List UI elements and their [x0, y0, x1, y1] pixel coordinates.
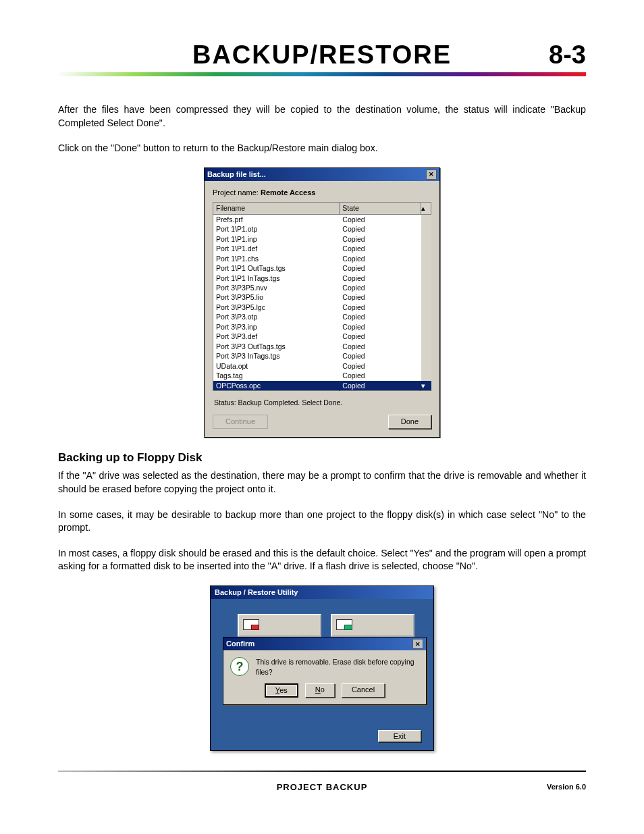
cell-filename: Port 3\P3.inp [213, 322, 340, 332]
confirm-title: Confirm [226, 639, 254, 649]
yes-button[interactable]: Yes [265, 683, 298, 698]
continue-button: Continue [213, 415, 268, 429]
scrollbar-track[interactable] [421, 283, 431, 292]
scrollbar-track[interactable] [421, 224, 431, 234]
scrollbar-track[interactable] [421, 332, 431, 341]
cell-state: Copied [340, 332, 421, 341]
scrollbar-track[interactable] [421, 303, 431, 312]
scrollbar-track[interactable] [421, 214, 431, 224]
backup-button[interactable] [238, 614, 321, 637]
exit-button[interactable]: Exit [378, 730, 421, 742]
table-row[interactable]: Port 3\P3P5.nvvCopied [213, 283, 431, 292]
table-row[interactable]: Port 3\P3P5.lgcCopied [213, 303, 431, 312]
table-row[interactable]: Port 3\P3.defCopied [213, 332, 431, 341]
cell-filename: Port 1\P1.chs [213, 254, 340, 263]
cell-filename: Port 1\P1.inp [213, 234, 340, 244]
cell-state: Copied [340, 312, 421, 321]
table-row[interactable]: Port 1\P1 InTags.tgsCopied [213, 273, 431, 283]
cell-filename: Port 3\P3.otp [213, 312, 340, 321]
table-row[interactable]: Port 1\P1 OutTags.tgsCopied [213, 263, 431, 273]
status-text: Status: Backup Completed. Select Done. [214, 398, 431, 407]
cell-state: Copied [340, 292, 421, 302]
table-row[interactable]: Port 1\P1.defCopied [213, 244, 431, 253]
scrollbar-track[interactable] [421, 234, 431, 244]
table-row[interactable]: OPCPoss.opcCopied▾ [213, 381, 431, 391]
paragraph: In some cases, it may be desirable to ba… [58, 509, 586, 535]
paragraph: After the files have been compressed the… [58, 103, 586, 130]
scrollbar-track[interactable] [421, 351, 431, 361]
scroll-down-icon[interactable]: ▾ [421, 381, 431, 391]
scrollbar-track[interactable] [421, 361, 431, 371]
page-header: BACKUP/RESTORE 8-3 [58, 41, 586, 70]
scrollbar-track[interactable] [421, 254, 431, 263]
cell-filename: Port 3\P3.def [213, 332, 340, 341]
col-filename[interactable]: Filename [213, 203, 340, 214]
file-list-table: Filename State ▴ Prefs.prfCopiedPort 1\P… [213, 202, 431, 391]
restore-icon [336, 619, 352, 630]
cell-state: Copied [340, 322, 421, 332]
table-row[interactable]: Prefs.prfCopied [213, 214, 431, 224]
cell-filename: OPCPoss.opc [213, 381, 340, 391]
dialog-title: Backup file list... [207, 170, 266, 180]
done-button[interactable]: Done [388, 415, 431, 429]
dialog-title: Backup / Restore Utility [211, 586, 433, 599]
scrollbar-track[interactable] [421, 263, 431, 273]
close-icon[interactable]: ✕ [426, 170, 437, 180]
subheading: Backing up to Floppy Disk [58, 450, 586, 465]
cell-state: Copied [340, 263, 421, 273]
confirm-message: This drive is removable. Erase disk befo… [256, 657, 419, 677]
header-page-number: 8-3 [549, 41, 586, 70]
cancel-button[interactable]: Cancel [342, 683, 385, 698]
cell-filename: Port 3\P3P5.lgc [213, 303, 340, 312]
paragraph: In most cases, a floppy disk should be e… [58, 547, 586, 573]
table-row[interactable]: Port 3\P3 OutTags.tgsCopied [213, 342, 431, 351]
cell-state: Copied [340, 224, 421, 234]
close-icon[interactable]: ✕ [412, 639, 423, 649]
table-row[interactable]: Port 3\P3.inpCopied [213, 322, 431, 332]
scrollbar-track[interactable] [421, 342, 431, 351]
scrollbar-track[interactable] [421, 312, 431, 321]
table-row[interactable]: UData.optCopied [213, 361, 431, 371]
cell-state: Copied [340, 273, 421, 283]
col-state[interactable]: State [340, 203, 421, 214]
scrollbar-track[interactable] [421, 322, 431, 332]
cell-state: Copied [340, 361, 421, 371]
table-row[interactable]: Port 3\P3 InTags.tgsCopied [213, 351, 431, 361]
footer-version: Version 6.0 [547, 783, 586, 791]
backup-file-list-dialog: Backup file list... ✕ Project name: Remo… [204, 167, 440, 438]
table-row[interactable]: Port 3\P3P5.lioCopied [213, 292, 431, 302]
scrollbar-track[interactable] [421, 292, 431, 302]
cell-filename: Port 1\P1 OutTags.tgs [213, 263, 340, 273]
header-rule [58, 72, 586, 76]
project-name-line: Project name: Remote Access [213, 188, 431, 198]
cell-filename: Port 1\P1.def [213, 244, 340, 253]
scrollbar-track[interactable] [421, 273, 431, 283]
scrollbar-track[interactable] [421, 371, 431, 380]
cell-state: Copied [340, 214, 421, 224]
page-footer: PROJECT BACKUP Version 6.0 [58, 783, 586, 791]
cell-filename: Port 1\P1.otp [213, 224, 340, 234]
no-button[interactable]: No [305, 683, 335, 698]
scrollbar-track[interactable] [421, 244, 431, 253]
table-row[interactable]: Port 1\P1.otpCopied [213, 224, 431, 234]
table-row[interactable]: Port 1\P1.inpCopied [213, 234, 431, 244]
cell-filename: Prefs.prf [213, 214, 340, 224]
table-row[interactable]: Port 3\P3.otpCopied [213, 312, 431, 321]
cell-state: Copied [340, 244, 421, 253]
cell-state: Copied [340, 234, 421, 244]
cell-filename: Port 3\P3P5.lio [213, 292, 340, 302]
cell-filename: UData.opt [213, 361, 340, 371]
cell-state: Copied [340, 342, 421, 351]
restore-button[interactable] [331, 614, 414, 637]
project-name: Remote Access [261, 188, 316, 197]
cell-filename: Port 3\P3P5.nvv [213, 283, 340, 292]
cell-state: Copied [340, 371, 421, 380]
paragraph: Click on the "Done" button to return to … [58, 142, 586, 155]
cell-state: Copied [340, 303, 421, 312]
cell-state: Copied [340, 283, 421, 292]
scroll-up-icon[interactable]: ▴ [421, 203, 431, 214]
question-icon: ? [230, 657, 249, 676]
cell-filename: Tags.tag [213, 371, 340, 380]
table-row[interactable]: Tags.tagCopied [213, 371, 431, 380]
table-row[interactable]: Port 1\P1.chsCopied [213, 254, 431, 263]
